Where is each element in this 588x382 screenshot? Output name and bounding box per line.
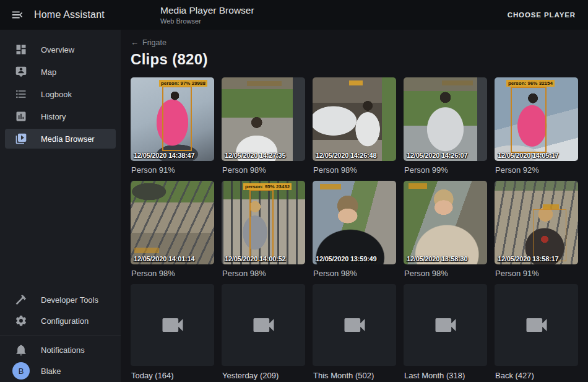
sidebar-item-overview[interactable]: Overview [5, 40, 116, 59]
clip-thumbnail[interactable]: 12/05/2020 13:58:17 [495, 181, 578, 264]
app-bar: Home Assistant Media Player Browser Web … [0, 0, 588, 30]
clip-label: Person 98% [313, 269, 396, 278]
detection-mark [247, 81, 282, 86]
clip-thumbnail[interactable]: 12/05/2020 13:58:30 [404, 181, 487, 264]
sidebar-item-map[interactable]: Map [5, 62, 116, 82]
folder-label: This Month (502) [313, 371, 396, 380]
clip-timestamp: 12/05/2020 14:01:14 [134, 255, 194, 263]
sidebar-item-media-browser[interactable]: Media Browser [5, 129, 116, 149]
detection-mark [442, 80, 473, 85]
clip-timestamp: 12/05/2020 13:58:17 [498, 255, 558, 263]
media-browser-content: ← Frigate Clips (820) person: 97% 29988 … [121, 30, 588, 382]
video-camera-icon [341, 311, 368, 339]
clip-card[interactable]: person: 95% 23432 12/05/2020 14:00:52 Pe… [222, 181, 305, 284]
bell-icon [15, 344, 27, 356]
clip-card[interactable]: 12/05/2020 13:58:17 Person 91% [495, 181, 578, 284]
clip-label: Person 98% [222, 269, 305, 278]
folder-card-today[interactable]: Today (164) [131, 284, 214, 380]
clip-timestamp: 12/05/2020 14:00:52 [225, 255, 285, 263]
clip-label: Person 99% [404, 165, 487, 175]
play-box-multiple-icon [15, 132, 27, 145]
breadcrumb-label: Frigate [142, 38, 166, 47]
clip-card[interactable]: person: 97% 29988 12/05/2020 14:38:47 Pe… [131, 77, 214, 181]
sidebar-divider [0, 336, 121, 336]
video-camera-icon [159, 311, 186, 339]
gear-icon [15, 315, 27, 327]
avatar: B [12, 362, 30, 380]
detection-label: person: 95% 23432 [243, 183, 292, 190]
clip-timestamp: 12/05/2020 14:27:35 [225, 152, 285, 159]
clip-card[interactable]: 12/05/2020 14:26:07 Person 99% [404, 77, 487, 181]
page-title: Clips (820) [131, 51, 578, 68]
sidebar-item-history[interactable]: History [5, 106, 116, 126]
sidebar-item-notifications[interactable]: Notifications [5, 340, 116, 360]
folder-card-last-month[interactable]: Last Month (318) [404, 284, 487, 380]
detection-mark [349, 80, 363, 85]
folder-card-this-month[interactable]: This Month (502) [313, 284, 396, 380]
clip-thumbnail[interactable]: 12/05/2020 13:59:49 [313, 181, 396, 264]
clip-thumbnail[interactable]: person: 96% 32154 12/05/2020 14:05:17 [495, 77, 578, 161]
video-camera-icon [523, 311, 550, 339]
folder-card-yesterday[interactable]: Yesterday (209) [222, 284, 305, 380]
clip-card[interactable]: 12/05/2020 13:58:30 Person 98% [404, 181, 487, 284]
clip-label: Person 91% [131, 165, 214, 175]
clip-thumbnail[interactable]: person: 95% 23432 12/05/2020 14:00:52 [222, 181, 305, 264]
folder-tile[interactable] [313, 284, 396, 366]
folder-tile[interactable] [495, 284, 578, 366]
folder-tile[interactable] [404, 284, 487, 366]
clip-thumbnail[interactable]: 12/05/2020 14:27:35 [222, 77, 305, 161]
app-title: Home Assistant [34, 9, 105, 20]
folder-tile[interactable] [131, 284, 214, 366]
clip-timestamp: 12/05/2020 14:38:47 [134, 152, 194, 159]
clip-card[interactable]: 12/05/2020 14:01:14 Person 98% [131, 181, 214, 284]
folder-label: Back (427) [495, 371, 578, 380]
clip-card[interactable]: person: 96% 32154 12/05/2020 14:05:17 Pe… [495, 77, 578, 181]
sidebar-item-configuration[interactable]: Configuration [5, 311, 116, 331]
detection-mark [134, 248, 159, 253]
sidebar-item-developer-tools[interactable]: Developer Tools [5, 290, 116, 310]
clip-timestamp: 12/05/2020 13:58:30 [407, 255, 467, 263]
clip-thumbnail[interactable]: person: 97% 29988 12/05/2020 14:38:47 [131, 77, 214, 161]
clip-timestamp: 12/05/2020 14:05:17 [498, 152, 558, 159]
sidebar-item-profile[interactable]: B Blake [5, 361, 116, 381]
menu-toggle-icon[interactable] [11, 8, 24, 22]
view-dashboard-icon [15, 43, 27, 56]
detection-box [162, 86, 191, 151]
chart-box-icon [15, 110, 27, 123]
detection-label: person: 96% 32154 [506, 80, 555, 87]
folder-label: Last Month (318) [404, 371, 487, 380]
folder-label: Yesterday (209) [222, 371, 305, 380]
clip-timestamp: 12/05/2020 14:26:07 [407, 152, 467, 159]
detection-mark [409, 183, 427, 189]
sidebar-item-logbook[interactable]: Logbook [5, 84, 116, 104]
folder-label: Today (164) [131, 371, 214, 380]
clip-card[interactable]: 12/05/2020 13:59:49 Person 98% [313, 181, 396, 284]
list-bulleted-icon [15, 88, 27, 100]
clip-thumbnail[interactable]: 12/05/2020 14:26:07 [404, 77, 487, 161]
breadcrumb-back[interactable]: ← Frigate [131, 38, 166, 47]
sidebar-header: Home Assistant [0, 0, 121, 30]
folder-card-back[interactable]: Back (427) [495, 284, 578, 380]
detection-box [533, 209, 566, 261]
clip-card[interactable]: 12/05/2020 14:26:48 Person 98% [313, 77, 396, 181]
clip-label: Person 92% [495, 165, 578, 175]
choose-player-button[interactable]: CHOOSE PLAYER [504, 6, 579, 24]
header-bar: Media Player Browser Web Browser CHOOSE … [121, 0, 588, 30]
video-camera-icon [250, 311, 277, 339]
clip-timestamp: 12/05/2020 14:26:48 [316, 152, 376, 159]
clip-label: Person 98% [404, 269, 487, 278]
clip-label: Person 98% [222, 165, 305, 175]
detection-box [511, 87, 547, 153]
tooltip-account-icon [15, 66, 27, 78]
folder-tile[interactable] [222, 284, 305, 366]
clip-label: Person 98% [313, 165, 396, 175]
clip-thumbnail[interactable]: 12/05/2020 14:01:14 [131, 181, 214, 264]
detection-label: person: 97% 29988 [159, 80, 207, 87]
clip-label: Person 91% [495, 269, 578, 278]
sidebar: Overview Map Logbook History Media Brows… [0, 30, 121, 382]
clip-card[interactable]: 12/05/2020 14:27:35 Person 98% [222, 77, 305, 181]
clip-thumbnail[interactable]: 12/05/2020 14:26:48 [313, 77, 396, 161]
clip-label: Person 98% [131, 269, 214, 278]
back-arrow-icon: ← [131, 38, 139, 47]
detection-mark [320, 184, 341, 189]
